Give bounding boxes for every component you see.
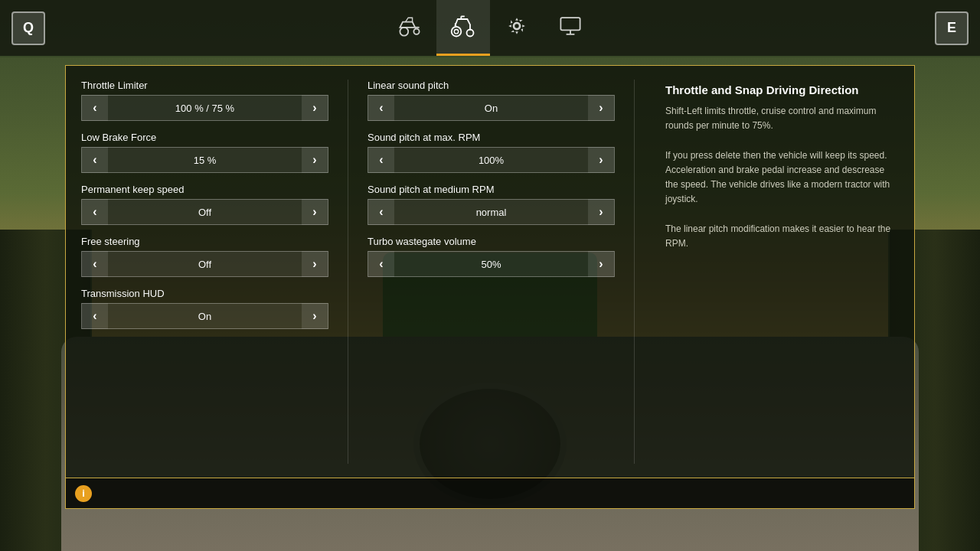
column-divider (348, 80, 348, 464)
transmission-hud-control: ‹ On › (81, 303, 328, 329)
svg-rect-10 (560, 18, 580, 30)
settings-panel: Throttle Limiter ‹ 100 % / 75 % › Low Br… (65, 65, 915, 509)
settings-description-panel: Throttle and Snap Driving Direction Shif… (654, 80, 899, 464)
tab-display[interactable] (544, 0, 597, 56)
settings-left-column: Throttle Limiter ‹ 100 % / 75 % › Low Br… (81, 80, 328, 464)
permanent-keep-speed-next[interactable]: › (302, 199, 328, 225)
throttle-limiter-value: 100 % / 75 % (108, 103, 302, 114)
sound-pitch-max-rpm-control: ‹ 100% › (368, 147, 615, 173)
tab-tractor[interactable] (436, 0, 490, 56)
key-q-container: Q (11, 11, 45, 45)
description-divider (634, 80, 635, 464)
low-brake-force-label: Low Brake Force (81, 132, 328, 143)
svg-point-1 (413, 29, 419, 34)
throttle-limiter-prev[interactable]: ‹ (82, 95, 108, 121)
transmission-hud-value: On (108, 311, 302, 322)
transmission-hud-label: Transmission HUD (81, 288, 328, 299)
free-steering-prev[interactable]: ‹ (82, 251, 108, 277)
transmission-hud-group: Transmission HUD ‹ On › (81, 288, 328, 329)
linear-sound-pitch-label: Linear sound pitch (368, 80, 615, 91)
top-navigation-bar: Q (0, 0, 980, 57)
transmission-hud-prev[interactable]: ‹ (82, 303, 108, 329)
turbo-wastegate-volume-prev[interactable]: ‹ (368, 251, 394, 277)
low-brake-force-value: 15 % (108, 155, 302, 166)
free-steering-value: Off (108, 259, 302, 270)
nav-tabs (383, 0, 597, 56)
permanent-keep-speed-value: Off (108, 207, 302, 218)
sound-pitch-medium-rpm-label: Sound pitch at medium RPM (368, 184, 615, 195)
permanent-keep-speed-label: Permanent keep speed (81, 184, 328, 195)
free-steering-control: ‹ Off › (81, 251, 328, 277)
sound-pitch-medium-rpm-next[interactable]: › (588, 199, 614, 225)
permanent-keep-speed-prev[interactable]: ‹ (82, 199, 108, 225)
throttle-limiter-group: Throttle Limiter ‹ 100 % / 75 % › (81, 80, 328, 121)
svg-point-5 (467, 30, 474, 37)
key-e-container: E (935, 11, 969, 45)
key-q-button[interactable]: Q (11, 11, 45, 45)
throttle-limiter-next[interactable]: › (302, 95, 328, 121)
free-steering-group: Free steering ‹ Off › (81, 236, 328, 277)
sound-pitch-medium-rpm-value: normal (394, 207, 588, 218)
turbo-wastegate-volume-next[interactable]: › (588, 251, 614, 277)
svg-point-0 (400, 28, 408, 36)
sound-pitch-max-rpm-prev[interactable]: ‹ (368, 147, 394, 173)
sound-pitch-max-rpm-group: Sound pitch at max. RPM ‹ 100% › (368, 132, 615, 173)
svg-point-3 (452, 27, 462, 37)
linear-sound-pitch-group: Linear sound pitch ‹ On › (368, 80, 615, 121)
tab-gear-settings[interactable] (490, 0, 544, 56)
low-brake-force-group: Low Brake Force ‹ 15 % › (81, 132, 328, 173)
low-brake-force-prev[interactable]: ‹ (82, 147, 108, 173)
display-icon (557, 12, 584, 40)
free-steering-next[interactable]: › (302, 251, 328, 277)
info-icon: i (75, 485, 92, 502)
vehicle-icon (396, 12, 423, 40)
throttle-limiter-control: ‹ 100 % / 75 % › (81, 95, 328, 121)
svg-point-9 (514, 23, 519, 28)
svg-point-4 (454, 30, 458, 34)
turbo-wastegate-volume-label: Turbo wastegate volume (368, 236, 615, 247)
sound-pitch-medium-rpm-group: Sound pitch at medium RPM ‹ normal › (368, 184, 615, 225)
linear-sound-pitch-next[interactable]: › (588, 95, 614, 121)
sound-pitch-medium-rpm-control: ‹ normal › (368, 199, 615, 225)
turbo-wastegate-volume-control: ‹ 50% › (368, 251, 615, 277)
settings-middle-column: Linear sound pitch ‹ On › Sound pitch at… (368, 80, 615, 464)
sound-pitch-max-rpm-value: 100% (394, 155, 588, 166)
free-steering-label: Free steering (81, 236, 328, 247)
key-e-button[interactable]: E (935, 11, 969, 45)
linear-sound-pitch-prev[interactable]: ‹ (368, 95, 394, 121)
description-title: Throttle and Snap Driving Direction (665, 83, 899, 96)
status-bar: i (66, 478, 914, 508)
tractor-icon (449, 12, 477, 40)
turbo-wastegate-volume-value: 50% (394, 259, 588, 270)
throttle-limiter-label: Throttle Limiter (81, 80, 328, 91)
gear-icon (503, 12, 531, 40)
description-text: Shift-Left limits throttle, cruise contr… (665, 104, 899, 251)
turbo-wastegate-volume-group: Turbo wastegate volume ‹ 50% › (368, 236, 615, 277)
sound-pitch-max-rpm-next[interactable]: › (588, 147, 614, 173)
sound-pitch-max-rpm-label: Sound pitch at max. RPM (368, 132, 615, 143)
tab-vehicle[interactable] (383, 0, 436, 56)
settings-content: Throttle Limiter ‹ 100 % / 75 % › Low Br… (66, 66, 914, 478)
sound-pitch-medium-rpm-prev[interactable]: ‹ (368, 199, 394, 225)
low-brake-force-control: ‹ 15 % › (81, 147, 328, 173)
permanent-keep-speed-group: Permanent keep speed ‹ Off › (81, 184, 328, 225)
linear-sound-pitch-value: On (394, 103, 588, 114)
linear-sound-pitch-control: ‹ On › (368, 95, 615, 121)
transmission-hud-next[interactable]: › (302, 303, 328, 329)
permanent-keep-speed-control: ‹ Off › (81, 199, 328, 225)
low-brake-force-next[interactable]: › (302, 147, 328, 173)
